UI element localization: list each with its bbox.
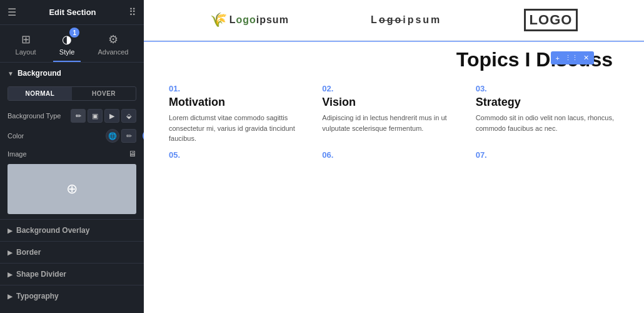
border-label: Border <box>16 248 41 257</box>
background-section-label: Background <box>18 69 61 78</box>
collapse-handle[interactable]: ‹ <box>143 147 144 166</box>
logo-bar: 🌾 Logoipsum Logoipsum LOGO <box>144 0 644 41</box>
paint-icon[interactable]: ✏ <box>71 109 86 123</box>
eyedropper-icon[interactable]: ✏ <box>121 129 136 143</box>
image-row: Image 🖥 <box>0 146 144 162</box>
background-section-header[interactable]: ▼ Background <box>0 63 144 84</box>
topic-desc-1: Lorem dictumst vitae commodo sagittis co… <box>169 113 312 144</box>
gradient-type-icon[interactable]: ⬙ <box>121 109 136 123</box>
logo-2: Logoipsum <box>371 14 441 26</box>
background-type-row: Background Type ✏ ▣ ▶ ⬙ <box>0 106 144 126</box>
bottom-num-2: 06. <box>322 150 465 160</box>
tab-advanced[interactable]: ⚙ Advanced <box>91 30 134 62</box>
color-icons: 🌐 ✏ <box>106 129 136 143</box>
arrow-down-icon: ▼ <box>8 70 14 77</box>
logo2-text: Logoipsum <box>371 14 441 25</box>
logo-3: LOGO <box>524 9 578 31</box>
tab-layout[interactable]: ⊞ Layout <box>9 30 43 62</box>
arrow-right-icon: ▶ <box>8 227 13 234</box>
shape-divider-label: Shape Divider <box>16 270 66 279</box>
bottom-nums: 05. 06. 07. <box>169 150 619 160</box>
tab-style[interactable]: 1 ◑ Style <box>53 30 81 62</box>
topic-card-1: 01. Motivation Lorem dictumst vitae comm… <box>169 84 312 144</box>
topic-name-2: Vision <box>322 96 465 109</box>
topic-num-2: 02. <box>322 84 465 93</box>
bottom-num-3: 07. <box>476 150 619 160</box>
topic-desc-2: Adipiscing id in lectus hendrerit mus in… <box>322 113 465 133</box>
grid-icon[interactable]: ⠿ <box>129 6 136 18</box>
layout-icon: ⊞ <box>21 33 31 46</box>
border-section[interactable]: ▶ Border <box>0 241 144 263</box>
add-section-icon[interactable]: + <box>555 53 561 63</box>
tab-advanced-label: Advanced <box>98 48 128 56</box>
hamburger-icon[interactable]: ☰ <box>8 6 16 18</box>
topic-card-3: 03. Strategy Commodo sit in odio velit n… <box>476 84 619 144</box>
logo3-text: LOGO <box>530 12 573 28</box>
drag-section-icon[interactable]: ⋮⋮ <box>563 53 580 63</box>
logo1-text: Logoipsum <box>229 14 289 26</box>
close-section-icon[interactable]: ✕ <box>582 53 590 63</box>
panel-topbar: ☰ Edit Section ⠿ <box>0 0 144 25</box>
style-badge: 1 <box>69 28 79 38</box>
normal-btn[interactable]: NORMAL <box>8 87 72 100</box>
image-preview[interactable]: ⊕ <box>8 164 136 214</box>
shape-arrow-icon: ▶ <box>8 271 13 278</box>
tab-layout-label: Layout <box>16 48 36 56</box>
globe-icon[interactable]: 🌐 <box>106 129 119 143</box>
normal-hover-toggle: NORMAL HOVER <box>8 86 136 101</box>
color-label: Color <box>8 132 102 140</box>
typography-arrow-icon: ▶ <box>8 293 13 300</box>
typography-label: Typography <box>16 292 59 300</box>
topics-grid: 01. Motivation Lorem dictumst vitae comm… <box>169 84 619 144</box>
background-overlay-section[interactable]: ▶ Background Overlay <box>0 219 144 241</box>
color-row: Color 🌐 ✏ 2 <box>0 126 144 146</box>
tab-style-label: Style <box>59 48 74 56</box>
topic-num-3: 03. <box>476 84 619 93</box>
topic-desc-3: Commodo sit in odio velit non lacus, rho… <box>476 113 619 133</box>
bottom-num-1: 05. <box>169 150 312 160</box>
shape-divider-section[interactable]: ▶ Shape Divider <box>0 263 144 285</box>
image-type-icon[interactable]: ▣ <box>88 109 103 123</box>
border-arrow-icon: ▶ <box>8 249 13 256</box>
upload-icon: ⊕ <box>66 181 78 197</box>
advanced-icon: ⚙ <box>108 33 118 46</box>
left-panel: ☰ Edit Section ⠿ ⊞ Layout 1 ◑ Style ⚙ Ad… <box>0 0 144 313</box>
logo-1: 🌾 Logoipsum <box>210 12 289 28</box>
right-panel: 🌾 Logoipsum Logoipsum LOGO + ⋮⋮ ✕ Topics… <box>144 0 644 313</box>
tab-row: ⊞ Layout 1 ◑ Style ⚙ Advanced <box>0 25 144 63</box>
topic-name-3: Strategy <box>476 96 619 109</box>
hover-btn[interactable]: HOVER <box>72 87 136 100</box>
section-divider <box>144 41 644 42</box>
panel-title: Edit Section <box>16 8 129 17</box>
image-label: Image <box>8 150 124 158</box>
background-type-label: Background Type <box>8 112 67 120</box>
background-overlay-label: Background Overlay <box>16 226 89 235</box>
section-toolbar: + ⋮⋮ ✕ <box>551 51 594 64</box>
topic-card-2: 02. Vision Adipiscing id in lectus hendr… <box>322 84 465 144</box>
image-monitor-icon: 🖥 <box>128 149 136 158</box>
typography-section[interactable]: ▶ Typography <box>0 285 144 307</box>
video-type-icon[interactable]: ▶ <box>104 109 119 123</box>
background-type-icons: ✏ ▣ ▶ ⬙ <box>71 109 136 123</box>
topic-name-1: Motivation <box>169 96 312 109</box>
topic-num-1: 01. <box>169 84 312 93</box>
wheat-icon: 🌾 <box>210 12 227 28</box>
